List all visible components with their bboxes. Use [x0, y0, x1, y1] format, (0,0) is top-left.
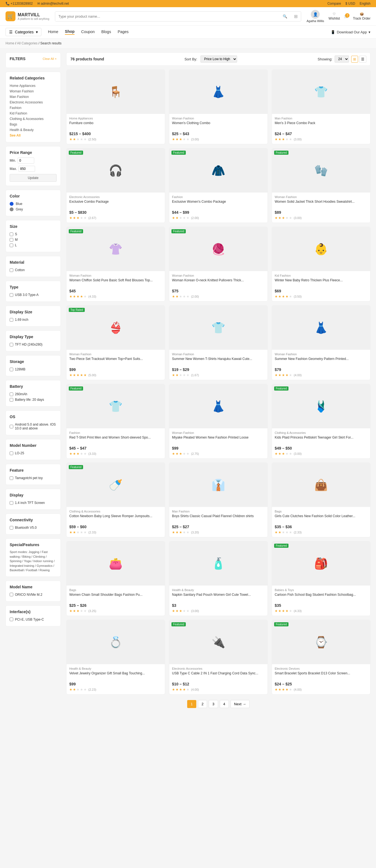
logo[interactable]: 🛒 MARTVILL A platform to sell anything: [5, 11, 50, 21]
size-m[interactable]: M: [10, 237, 57, 243]
price-max-input[interactable]: [19, 166, 35, 172]
category-home-appliances[interactable]: Home Appliances: [10, 83, 57, 89]
cart-icon[interactable]: 🛒 7: [344, 14, 348, 18]
color-blue[interactable]: Blue: [10, 201, 57, 207]
type-usb[interactable]: USB 3.0 Type-A: [10, 292, 57, 298]
page-button-3[interactable]: 3: [209, 700, 218, 708]
categories-button[interactable]: ☰ Categories ▾: [5, 28, 41, 36]
product-card[interactable]: 👜 Bags Girls Cute Clutches New Fashion S…: [272, 463, 371, 537]
feature-item[interactable]: Tamagotchi pet toy: [10, 475, 57, 481]
product-card[interactable]: 👛 Bags Women Chain Small Shoulder Bags F…: [66, 541, 165, 616]
display-item[interactable]: 1.4 inch TFT Screen: [10, 500, 57, 505]
search-button[interactable]: 🔍: [279, 11, 291, 21]
currency-selector[interactable]: $ USD: [345, 2, 355, 5]
product-card[interactable]: 👕 Woman Fashion Summer New Women T-Shirt…: [169, 305, 268, 380]
product-card[interactable]: 👗 Woman Fashion Summer New Fashion Geome…: [272, 305, 371, 380]
product-card[interactable]: Featured 🧶 Woman Fashion Woman Korean O-…: [169, 227, 268, 302]
storage-item[interactable]: 128MB: [10, 367, 57, 372]
price-min-input[interactable]: [18, 157, 34, 163]
nav-shop[interactable]: Shop: [65, 29, 75, 35]
category-health-beauty[interactable]: Health & Beauty: [10, 127, 57, 133]
list-view-button[interactable]: ☰: [359, 56, 366, 63]
sort-area: Sort By: Price Low to High: [184, 56, 237, 63]
battery-item-1[interactable]: Battery life: 20 days: [10, 397, 57, 402]
interfaces-item[interactable]: PCI-E, USB Type-C: [10, 617, 57, 622]
grid-view-button[interactable]: ⊞: [351, 56, 358, 63]
product-card[interactable]: 💍 Health & Beauty Velvet Jewelry Organiz…: [66, 620, 165, 694]
category-man-fashion[interactable]: Man Fashion: [10, 94, 57, 99]
material-cotton[interactable]: Cotton: [10, 267, 57, 273]
product-card[interactable]: Featured 🎧 Electronic Accessories Exclus…: [66, 148, 165, 223]
product-card[interactable]: 👗 Woman Fashion Miyake Pleated Women New…: [169, 384, 268, 459]
breadcrumb-home[interactable]: Home: [5, 41, 15, 45]
compare-link[interactable]: Compare: [327, 2, 341, 5]
model-name-item[interactable]: ORICO NVMe M.2: [10, 592, 57, 597]
model-number-item[interactable]: LO-25: [10, 451, 57, 456]
clear-all-button[interactable]: Clear All ×: [43, 57, 57, 60]
star: ★: [282, 609, 285, 613]
product-card[interactable]: Featured 🍼 Clothing & Accessories Cotton…: [66, 463, 165, 537]
see-all-categories[interactable]: See All: [10, 133, 57, 138]
product-card[interactable]: Featured 🔌 Electronic Accessories USB Ty…: [169, 620, 268, 694]
page-button-2[interactable]: 2: [198, 700, 207, 708]
breadcrumb-all-categories[interactable]: All Categories: [17, 41, 37, 45]
nav-blogs[interactable]: Blogs: [101, 30, 111, 34]
price-update-button[interactable]: Update: [10, 174, 57, 182]
star: ★: [282, 452, 285, 456]
battery-item-0[interactable]: 260mAh: [10, 392, 57, 397]
star: ★: [84, 294, 87, 299]
language-selector[interactable]: English: [360, 2, 371, 5]
category-fashion[interactable]: Fashion: [10, 105, 57, 111]
page-button-4[interactable]: 4: [220, 700, 229, 708]
product-image: 👕: [66, 384, 165, 428]
display-type-item[interactable]: TFT HD (240x280): [10, 342, 57, 347]
category-electronic-accessories[interactable]: Electronic Accessories: [10, 99, 57, 105]
product-card[interactable]: 🧴 Health & Beauty Napkin Sanitary Pad Po…: [169, 541, 268, 616]
product-name: Girls Cute Clutches New Fashion Solid Co…: [275, 514, 368, 523]
product-card[interactable]: Featured 👕 Fashion Red T-Shirt Print Men…: [66, 384, 165, 459]
category-clothing-accessories[interactable]: Clothing & Accessories: [10, 116, 57, 122]
page-button-1[interactable]: 1: [187, 700, 196, 708]
product-card[interactable]: 👕 Man Fashion Men's 3 Piece Combo Pack $…: [272, 69, 371, 144]
size-s[interactable]: S: [10, 231, 57, 237]
page-next-button[interactable]: Next →: [231, 700, 250, 708]
search-input[interactable]: [55, 11, 279, 21]
nav-pages[interactable]: Pages: [118, 30, 128, 34]
product-card[interactable]: 👗 Woman Fashion Women's Clothing Combo $…: [169, 69, 268, 144]
product-card[interactable]: Featured 👚 Woman Fashion Women Chiffon S…: [66, 227, 165, 302]
size-l[interactable]: L: [10, 243, 57, 248]
product-name: Women Solid Jacket Thick Short Hoodies S…: [275, 199, 368, 209]
product-card[interactable]: 👔 Man Fashion Boys Shirts Classic Casual…: [169, 463, 268, 537]
category-bags[interactable]: Bags: [10, 122, 57, 127]
product-card[interactable]: 🪑 Home Appliances Furniture combo $215 –…: [66, 69, 165, 144]
track-order-link[interactable]: 📦 Track Order: [353, 12, 371, 21]
product-rating: ★★★★★ (4.33): [69, 294, 162, 299]
category-woman-fashion[interactable]: Woman Fashion: [10, 89, 57, 94]
product-card[interactable]: Featured 🎒 Babies & Toys Cartoon Fish Sc…: [272, 541, 371, 616]
product-name: Cotton Newborn Baby Long Sleeve Romper J…: [69, 514, 162, 523]
star: ★: [73, 609, 76, 613]
display-size-item[interactable]: 1.69 inch: [10, 317, 57, 322]
product-card[interactable]: Featured ⌚ Electronic Devices Smart Brac…: [272, 620, 371, 694]
grid-view-button[interactable]: ⊞: [291, 11, 301, 21]
os-item[interactable]: Android 5.0 and above. IOS 10.0 and abov…: [10, 422, 57, 431]
filters-section: FILTERS Clear All ×: [5, 53, 61, 68]
connectivity-item[interactable]: Bluetooth V5.0: [10, 525, 57, 530]
product-card[interactable]: Featured 🧥 Fashion Exclusive Women's Com…: [169, 148, 268, 223]
showing-select[interactable]: 24: [335, 56, 349, 63]
product-card[interactable]: Top Rated 👙 Woman Fashion Two Piece Set …: [66, 305, 165, 380]
product-info: Man Fashion Boys Shirts Classic Casual P…: [169, 507, 267, 537]
color-grey[interactable]: Grey: [10, 207, 57, 212]
user-account[interactable]: 👤 Agatha Willis: [307, 10, 324, 23]
download-app-button[interactable]: 📱 Download Our App ▾: [331, 30, 371, 34]
search-bar[interactable]: 🔍 ⊞: [55, 11, 301, 22]
nav-home[interactable]: Home: [48, 30, 58, 34]
nav-coupon[interactable]: Coupon: [81, 30, 95, 34]
product-card[interactable]: 👶 Kid Fashion Winter New Baby Retro Thic…: [272, 227, 371, 302]
sort-select[interactable]: Price Low to High: [200, 56, 237, 63]
product-card[interactable]: Featured 🩱 Clothing & Accessories Kids P…: [272, 384, 371, 459]
product-card[interactable]: Featured 🧤 Woman Fashion Women Solid Jac…: [272, 148, 371, 223]
product-name: Summer New Women T-Shirts Harajuku Kawai…: [172, 356, 265, 366]
wishlist-icon[interactable]: ♡ Wishlist: [328, 12, 340, 21]
category-kid-fashion[interactable]: Kid Fashion: [10, 111, 57, 116]
